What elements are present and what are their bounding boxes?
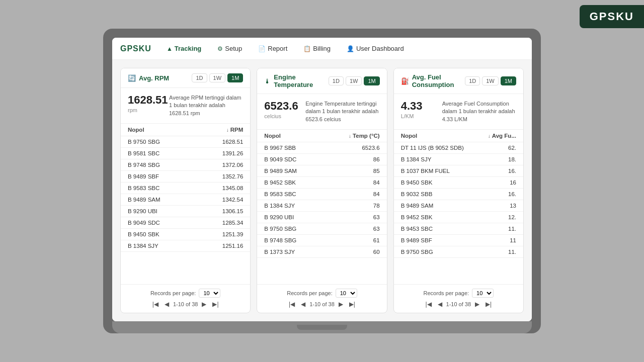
fuel-records-select[interactable]: 10 25 50 <box>472 289 494 298</box>
table-row: B 9583 SBC 84 <box>257 189 386 200</box>
fuel-period-1w[interactable]: 1W <box>482 76 499 85</box>
fuel-period-1m[interactable]: 1M <box>501 76 516 85</box>
fuel-period-1d[interactable]: 1D <box>465 76 480 85</box>
temp-summary-desc: Engine Temperature tertinggi dalam 1 bul… <box>305 100 379 123</box>
rpm-first-page[interactable]: |◀ <box>150 300 160 309</box>
temp-pagination: |◀ ◀ 1-10 of 38 ▶ ▶| <box>287 300 357 309</box>
cell-nopol: B 1384 SJY <box>394 154 477 165</box>
fuel-page-info: 1-10 of 38 <box>446 301 471 307</box>
laptop-frame: GPSKU ▲ Tracking ⚙ Setup 📄 Report 📋 Bill… <box>103 29 541 333</box>
card-engine-temp-summary: 6523.6 celcius Engine Temperature tertin… <box>257 94 386 130</box>
fuel-next-page[interactable]: ▶ <box>473 300 481 309</box>
nav-item-setup[interactable]: ⚙ Setup <box>214 43 245 54</box>
card-avg-rpm-header: 🔄 Avg. RPM 1D 1W 1M <box>121 68 250 88</box>
cell-nopol: B 9581 SBC <box>121 148 195 159</box>
cell-nopol: B 9967 SBB <box>257 142 323 154</box>
rpm-sort-icon: ↓ <box>226 127 229 133</box>
card-avg-rpm-title: Avg. RPM <box>139 74 169 82</box>
table-row: B 1384 SJY 78 <box>257 200 386 212</box>
temp-prev-page[interactable]: ◀ <box>299 300 307 309</box>
temp-first-page[interactable]: |◀ <box>287 300 297 309</box>
nav-item-tracking[interactable]: ▲ Tracking <box>164 43 204 54</box>
fuel-prev-page[interactable]: ◀ <box>436 300 444 309</box>
table-row: B 1373 SJY 60 <box>257 246 386 258</box>
fuel-first-page[interactable]: |◀ <box>423 300 433 309</box>
temp-period-buttons: 1D 1W 1M <box>329 76 380 85</box>
fuel-col-nopol: Nopol <box>394 130 477 142</box>
cell-value: 63 <box>323 223 387 235</box>
cell-value: 1342.54 <box>195 194 250 206</box>
cell-nopol: B 9748 SBG <box>257 235 323 246</box>
temp-period-1w[interactable]: 1W <box>346 76 362 85</box>
rpm-table: Nopol ↓RPM B 9750 SBG 1628.51 B 9581 SBC… <box>121 124 250 252</box>
cell-value: 12. <box>477 212 523 223</box>
temp-sort-icon: ↓ <box>349 133 351 139</box>
cell-nopol: B 9049 SDC <box>121 217 195 229</box>
card-engine-temp-header: 🌡 Engine Temperature 1D 1W 1M <box>257 68 386 94</box>
temp-period-1m[interactable]: 1M <box>364 76 379 85</box>
cell-value: 1251.16 <box>195 240 250 252</box>
cell-value: 63 <box>323 212 387 223</box>
rpm-col-nopol: Nopol <box>121 124 195 136</box>
fuel-col-value: ↓Avg Fu... <box>477 130 523 142</box>
table-row: B 9489 SAM 1342.54 <box>121 194 250 206</box>
cell-nopol: B 9489 SAM <box>121 194 195 206</box>
card-avg-fuel-header: ⛽ Avg. Fuel Consumption 1D 1W 1M <box>394 68 523 94</box>
rpm-period-1d[interactable]: 1D <box>192 73 207 82</box>
table-row: B 9581 SBC 1391.26 <box>121 148 250 159</box>
cell-value: 62. <box>477 142 523 154</box>
cell-value: 13 <box>477 200 523 212</box>
brand-corner: GPSKU <box>580 5 644 28</box>
rpm-period-1w[interactable]: 1W <box>209 73 226 82</box>
cell-value: 85 <box>323 165 387 177</box>
fuel-pagination: |◀ ◀ 1-10 of 38 ▶ ▶| <box>423 300 494 309</box>
cell-value: 1628.51 <box>195 136 250 148</box>
cell-value: 61 <box>323 235 387 246</box>
rpm-next-page[interactable]: ▶ <box>200 300 208 309</box>
cell-value: 1352.76 <box>195 171 250 183</box>
cell-value: 16. <box>477 165 523 177</box>
cell-value: 84 <box>323 189 387 200</box>
laptop-base <box>112 321 532 333</box>
rpm-prev-page[interactable]: ◀ <box>163 300 171 309</box>
table-row: B 9489 SBF 1352.76 <box>121 171 250 183</box>
temp-period-1d[interactable]: 1D <box>329 76 344 85</box>
nav-items: ▲ Tracking ⚙ Setup 📄 Report 📋 Billing 👤 <box>164 43 407 54</box>
temp-next-page[interactable]: ▶ <box>337 300 345 309</box>
rpm-footer: Records per page: 10 25 50 |◀ ◀ 1-10 of … <box>121 284 250 313</box>
cell-nopol: B 1373 SJY <box>257 246 323 258</box>
fuel-table-container: Nopol ↓Avg Fu... DT 11 IJS (B 9052 SDB) … <box>394 130 523 284</box>
cell-nopol: DT 11 IJS (B 9052 SDB) <box>394 142 477 154</box>
cell-value: 11. <box>477 223 523 235</box>
rpm-period-1m[interactable]: 1M <box>227 73 243 82</box>
card-avg-rpm-title-group: 🔄 Avg. RPM <box>128 74 169 82</box>
table-row: B 9049 SDC 86 <box>257 154 386 165</box>
fuel-summary-desc: Average Fuel Consumption dalam 1 bulan t… <box>442 100 516 123</box>
cell-value: 1251.39 <box>195 229 250 240</box>
table-row: DT 11 IJS (B 9052 SDB) 62. <box>394 142 523 154</box>
cell-value: 6523.6 <box>323 142 387 154</box>
fuel-last-page[interactable]: ▶| <box>484 300 494 309</box>
table-row: B 9452 SBK 12. <box>394 212 523 223</box>
rpm-last-page[interactable]: ▶| <box>210 300 220 309</box>
rpm-col-value: ↓RPM <box>195 124 250 136</box>
cell-nopol: B 9453 SBC <box>394 223 477 235</box>
user-dashboard-icon: 👤 <box>347 45 354 52</box>
rpm-icon: 🔄 <box>128 74 136 82</box>
fuel-summary-value: 4.33 L/KM <box>401 100 436 119</box>
rpm-records-select[interactable]: 10 25 50 <box>199 289 220 298</box>
temp-icon: 🌡 <box>264 77 271 85</box>
cell-value: 18. <box>477 154 523 165</box>
nav-item-billing[interactable]: 📋 Billing <box>300 43 334 54</box>
temp-last-page[interactable]: ▶| <box>347 300 357 309</box>
cell-value: 16. <box>477 189 523 200</box>
table-row: B 9453 SBC 11. <box>394 223 523 235</box>
rpm-summary-unit: rpm <box>128 107 163 113</box>
table-row: B 9750 SBG 63 <box>257 223 386 235</box>
main-content: 🔄 Avg. RPM 1D 1W 1M 1628.51 rpm Average … <box>112 60 532 321</box>
nav-item-user-dashboard[interactable]: 👤 User Dashboard <box>344 43 407 54</box>
table-row: B 9750 SBG 1628.51 <box>121 136 250 148</box>
nav-item-report[interactable]: 📄 Report <box>255 43 290 54</box>
cell-nopol: B 1384 SJY <box>121 240 195 252</box>
temp-records-select[interactable]: 10 25 50 <box>336 289 357 298</box>
